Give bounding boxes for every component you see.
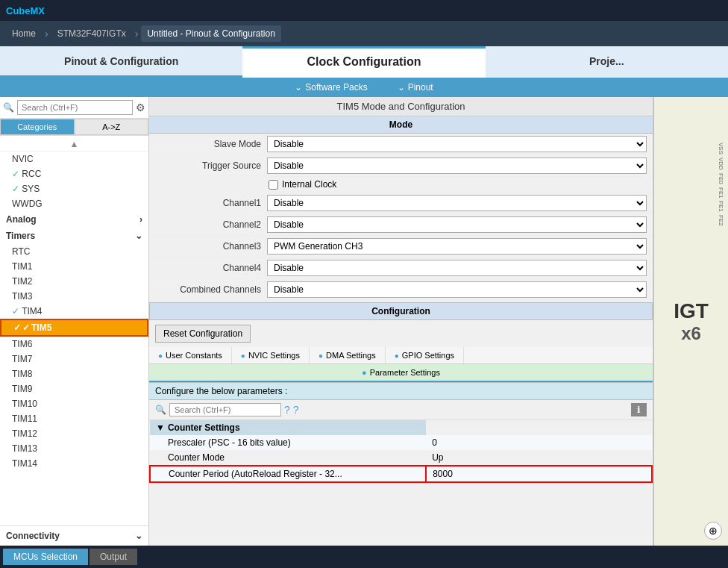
scroll-up-icon[interactable]: ▲ bbox=[70, 139, 79, 149]
content-area: TIM5 Mode and Configuration Mode Slave M… bbox=[149, 97, 653, 546]
bottom-tab-output[interactable]: Output bbox=[90, 549, 137, 565]
config-header: Configuration bbox=[149, 302, 653, 320]
sidebar-item-wwdg[interactable]: WWDG bbox=[0, 196, 148, 211]
info-button[interactable]: ℹ bbox=[631, 403, 647, 416]
tab-gpio-settings[interactable]: ● GPIO Settings bbox=[386, 347, 464, 363]
sidebar-item-tim14[interactable]: TIM14 bbox=[0, 456, 148, 471]
tab-clock[interactable]: Clock Configuration bbox=[242, 46, 485, 78]
param-search-icon: 🔍 bbox=[155, 405, 166, 415]
trigger-source-select[interactable]: Disable bbox=[267, 157, 647, 174]
sidebar-item-tim6[interactable]: TIM6 bbox=[0, 337, 148, 352]
sidebar-item-nvic[interactable]: NVIC bbox=[0, 152, 148, 166]
sidebar-item-tim8[interactable]: TIM8 bbox=[0, 366, 148, 381]
gpio-label-fe2: FE2 bbox=[717, 214, 725, 227]
slave-mode-select[interactable]: Disable bbox=[267, 136, 647, 152]
category-tabs: Categories A->Z bbox=[0, 119, 148, 136]
sidebar-section-timers[interactable]: Timers ⌄ bbox=[0, 228, 148, 244]
param-prescaler-name: Prescaler (PSC - 16 bits value) bbox=[150, 435, 426, 450]
sidebar-item-tim9[interactable]: TIM9 bbox=[0, 381, 148, 396]
param-counter-period-name: Counter Period (AutoReload Register - 32… bbox=[150, 466, 426, 482]
channel2-select[interactable]: Disable bbox=[267, 216, 647, 233]
sidebar-item-rtc[interactable]: RTC bbox=[0, 244, 148, 259]
table-row-prescaler: Prescaler (PSC - 16 bits value) 0 bbox=[150, 435, 652, 450]
collapse-icon[interactable]: ▼ bbox=[156, 422, 165, 433]
sidebar-item-tim12[interactable]: TIM12 bbox=[0, 426, 148, 441]
channel3-label: Channel3 bbox=[155, 241, 267, 252]
tab-pinout[interactable]: Pinout & Configuration bbox=[0, 46, 242, 78]
config-tabs-row: ● User Constants ● NVIC Settings ● DMA S… bbox=[149, 347, 653, 364]
reset-config-button[interactable]: Reset Configuration bbox=[155, 325, 251, 343]
tab-user-constants[interactable]: ● User Constants bbox=[149, 347, 232, 363]
gpio-label-vss: VSS bbox=[717, 142, 725, 155]
combined-channels-label: Combined Channels bbox=[155, 284, 267, 295]
tab-az[interactable]: A->Z bbox=[75, 119, 149, 135]
breadcrumb-device[interactable]: STM32F407IGTx bbox=[51, 25, 132, 42]
breadcrumb-home[interactable]: Home bbox=[6, 25, 42, 42]
nvic-settings-icon: ● bbox=[241, 352, 245, 360]
channel4-label: Channel4 bbox=[155, 263, 267, 273]
param-counter-period-value[interactable]: 8000 bbox=[426, 466, 652, 482]
internal-clock-checkbox[interactable] bbox=[269, 180, 278, 190]
zoom-button[interactable]: ⊕ bbox=[704, 522, 722, 540]
config-buttons-bar: Reset Configuration bbox=[149, 320, 653, 347]
sidebar-item-tim1[interactable]: TIM1 bbox=[0, 259, 148, 274]
tab-project[interactable]: Proje... bbox=[486, 46, 728, 78]
tab-categories[interactable]: Categories bbox=[0, 119, 75, 135]
param-search-input[interactable] bbox=[169, 403, 281, 416]
sidebar-section-connectivity[interactable]: Connectivity ⌄ bbox=[0, 525, 148, 546]
sidebar-item-rcc[interactable]: RCC bbox=[0, 166, 148, 181]
param-counter-mode-value[interactable]: Up bbox=[426, 450, 652, 466]
table-row-counter-period: Counter Period (AutoReload Register - 32… bbox=[150, 466, 652, 482]
sidebar-search-bar: 🔍 ⚙ bbox=[0, 97, 148, 119]
channel1-select[interactable]: Disable bbox=[267, 195, 647, 211]
channel4-row: Channel4 Disable bbox=[149, 258, 653, 279]
table-row-counter-mode: Counter Mode Up bbox=[150, 450, 652, 466]
channel3-select[interactable]: PWM Generation CH3 bbox=[267, 238, 647, 255]
param-prescaler-value[interactable]: 0 bbox=[426, 435, 652, 450]
app-logo: CubeMX bbox=[6, 5, 45, 16]
sidebar-item-tim5[interactable]: ✓ TIM5 bbox=[0, 319, 148, 337]
breadcrumb-current[interactable]: Untitled - Pinout & Configuration bbox=[141, 25, 280, 42]
breadcrumb: Home › STM32F407IGTx › Untitled - Pinout… bbox=[0, 21, 728, 46]
gpio-label-fe1b: FE1 bbox=[717, 200, 725, 213]
search-input[interactable] bbox=[17, 100, 133, 115]
sidebar-item-tim10[interactable]: TIM10 bbox=[0, 396, 148, 411]
bottom-tab-mcus[interactable]: MCUs Selection bbox=[3, 549, 88, 565]
subtab-software-packs[interactable]: ⌄ Software Packs bbox=[295, 82, 367, 93]
gpio-label-vdd: VDD bbox=[717, 157, 725, 171]
gear-icon[interactable]: ⚙ bbox=[136, 102, 145, 113]
trigger-source-label: Trigger Source bbox=[155, 160, 267, 171]
sidebar-section-analog[interactable]: Analog › bbox=[0, 211, 148, 228]
trigger-source-row: Trigger Source Disable bbox=[149, 155, 653, 177]
sidebar-item-tim4[interactable]: TIM4 bbox=[0, 304, 148, 319]
param-tab-row: ● Parameter Settings bbox=[149, 364, 653, 383]
internal-clock-label: Internal Clock bbox=[282, 179, 336, 190]
sidebar-item-tim7[interactable]: TIM7 bbox=[0, 352, 148, 366]
chip-panel: IGT x6 VSS VDD FE0 FE1 FE1 FE2 ⊕ bbox=[653, 97, 728, 546]
sub-tab-bar: ⌄ Software Packs ⌄ Pinout bbox=[0, 78, 728, 97]
sidebar-list: ▲ NVIC RCC SYS WWDG Analog › Timers ⌄ RT… bbox=[0, 136, 148, 525]
sidebar-item-tim2[interactable]: TIM2 bbox=[0, 274, 148, 289]
sidebar-item-tim13[interactable]: TIM13 bbox=[0, 441, 148, 456]
chip-label: IGT x6 bbox=[674, 299, 709, 344]
mode-header: Mode bbox=[149, 116, 653, 134]
param-help1-icon[interactable]: ? bbox=[284, 404, 290, 416]
tab-nvic-settings[interactable]: ● NVIC Settings bbox=[232, 347, 310, 363]
param-search-row: 🔍 ? ? ℹ bbox=[149, 400, 653, 420]
params-table: ▼ Counter Settings Prescaler (PSC - 16 b… bbox=[149, 420, 653, 483]
tab-parameter-settings[interactable]: ● Parameter Settings bbox=[149, 364, 653, 382]
search-icon: 🔍 bbox=[3, 102, 14, 113]
param-help2-icon[interactable]: ? bbox=[293, 404, 299, 416]
channel4-select[interactable]: Disable bbox=[267, 260, 647, 276]
content-title: TIM5 Mode and Configuration bbox=[149, 97, 653, 116]
tab-dma-settings[interactable]: ● DMA Settings bbox=[310, 347, 386, 363]
configure-text: Configure the below parameters : bbox=[149, 383, 653, 400]
subtab-pinout[interactable]: ⌄ Pinout bbox=[398, 82, 433, 93]
combined-channels-select[interactable]: Disable bbox=[267, 281, 647, 298]
sidebar-item-tim11[interactable]: TIM11 bbox=[0, 411, 148, 426]
sidebar-item-tim3[interactable]: TIM3 bbox=[0, 289, 148, 304]
param-counter-mode-name: Counter Mode bbox=[150, 450, 426, 466]
tab-bar: Pinout & Configuration Clock Configurati… bbox=[0, 46, 728, 78]
dma-settings-icon: ● bbox=[318, 352, 323, 360]
sidebar-item-sys[interactable]: SYS bbox=[0, 181, 148, 196]
